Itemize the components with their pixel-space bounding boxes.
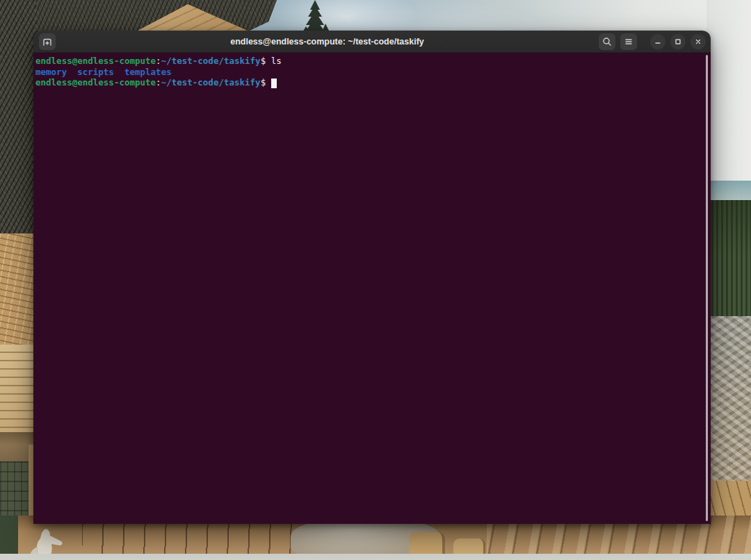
terminal-scrollbar[interactable] [706,55,708,521]
search-button[interactable] [599,33,615,50]
wallpaper-pine-tree [300,0,331,33]
window-title: endless@endless-compute: ~/test-code/tas… [56,37,599,47]
new-tab-button[interactable] [39,33,56,50]
desktop: endless@endless-compute: ~/test-code/tas… [0,0,751,560]
maximize-icon [673,37,683,47]
new-tab-icon [42,36,53,47]
terminal-cursor [271,79,277,88]
close-icon [693,37,703,47]
terminal-line: endless@endless-compute:~/test-code/task… [35,77,697,88]
minimize-button[interactable] [650,34,665,49]
terminal-line: endless@endless-compute:~/test-code/task… [35,56,697,67]
window-controls [599,33,706,50]
terminal-output: endless@endless-compute:~/test-code/task… [35,56,697,88]
wallpaper-white-figure [25,523,67,557]
hamburger-menu-icon [623,36,634,47]
terminal-viewport[interactable]: endless@endless-compute:~/test-code/task… [33,53,711,524]
terminal-window: endless@endless-compute: ~/test-code/tas… [33,31,711,524]
titlebar[interactable]: endless@endless-compute: ~/test-code/tas… [33,31,711,53]
wallpaper-right-strip [706,0,751,560]
close-button[interactable] [691,34,706,49]
minimize-icon [653,37,663,47]
terminal-line: memory scripts templates [35,67,697,78]
maximize-button[interactable] [670,34,686,49]
wallpaper-left-strip [0,0,36,560]
menu-button[interactable] [620,33,637,50]
search-icon [601,36,613,47]
